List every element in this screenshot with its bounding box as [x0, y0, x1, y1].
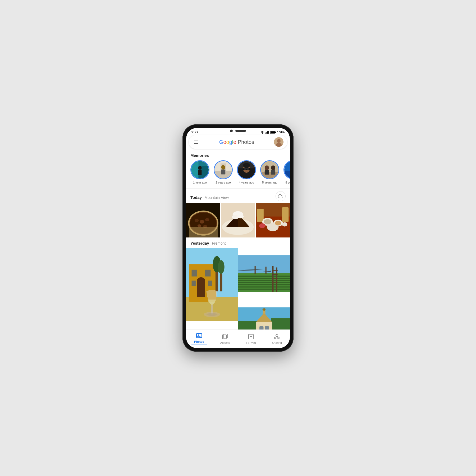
battery-icon — [270, 131, 276, 134]
svg-point-66 — [282, 222, 287, 227]
svg-point-63 — [264, 219, 271, 225]
svg-point-65 — [259, 223, 266, 228]
nav-for-you[interactable]: For you — [238, 333, 264, 344]
svg-point-43 — [205, 218, 209, 221]
svg-line-125 — [277, 337, 278, 337]
svg-rect-4 — [268, 131, 269, 134]
svg-rect-31 — [265, 170, 269, 175]
svg-point-27 — [243, 163, 250, 168]
svg-rect-96 — [272, 270, 278, 271]
memories-label: Memories — [186, 151, 290, 160]
cloud-upload-btn[interactable] — [276, 191, 286, 201]
svg-point-122 — [274, 337, 276, 339]
for-you-nav-icon — [247, 333, 255, 340]
today-photo-1[interactable] — [186, 203, 220, 237]
svg-rect-87 — [238, 276, 290, 277]
albums-nav-icon — [221, 333, 229, 340]
svg-rect-76 — [208, 281, 212, 286]
svg-rect-15 — [198, 170, 202, 175]
app-header: ☰ Google Photos — [189, 135, 287, 149]
svg-line-124 — [275, 337, 277, 337]
svg-rect-97 — [272, 274, 278, 275]
svg-point-54 — [237, 215, 244, 218]
today-location: Mountain View — [205, 195, 229, 200]
svg-point-0 — [262, 133, 263, 134]
svg-point-30 — [265, 166, 269, 170]
svg-point-42 — [200, 220, 204, 224]
nav-for-you-label: For you — [246, 341, 256, 344]
speaker-bar — [235, 130, 246, 132]
svg-rect-111 — [262, 309, 266, 310]
svg-point-72 — [197, 277, 205, 284]
svg-rect-92 — [238, 287, 290, 288]
svg-rect-73 — [192, 270, 197, 277]
nav-active-indicator — [191, 345, 207, 345]
svg-rect-29 — [261, 172, 278, 178]
svg-rect-98 — [272, 278, 278, 279]
svg-rect-85 — [238, 255, 290, 274]
signal-icon — [266, 131, 269, 134]
svg-rect-59 — [282, 207, 289, 222]
svg-rect-12 — [191, 161, 199, 178]
memory-item-1[interactable]: 1 year ago — [190, 160, 209, 184]
nav-albums-label: Albums — [220, 341, 230, 344]
svg-point-9 — [277, 139, 281, 143]
svg-point-80 — [218, 260, 225, 274]
svg-rect-47 — [189, 227, 218, 238]
memory-item-2[interactable]: 2 years ago — [214, 160, 233, 184]
app-title: Google Photos — [219, 139, 254, 145]
title-g2: g — [229, 139, 232, 145]
yesterday-label: Yesterday — [190, 241, 209, 245]
svg-point-121 — [276, 335, 278, 337]
svg-rect-110 — [263, 308, 264, 311]
svg-rect-94 — [272, 266, 273, 292]
svg-point-44 — [198, 225, 201, 227]
memory-item-4[interactable]: 5 years ago — [260, 160, 279, 184]
svg-rect-88 — [238, 278, 290, 279]
user-avatar[interactable] — [274, 137, 283, 147]
svg-rect-91 — [238, 284, 290, 285]
svg-rect-105 — [238, 321, 257, 329]
today-photo-3[interactable] — [256, 203, 290, 237]
svg-rect-93 — [238, 289, 290, 290]
svg-rect-33 — [271, 170, 276, 175]
svg-rect-90 — [238, 282, 290, 283]
nav-photos-label: Photos — [194, 340, 204, 343]
svg-rect-102 — [255, 266, 256, 274]
svg-point-83 — [207, 313, 217, 316]
svg-rect-74 — [205, 270, 211, 277]
svg-rect-112 — [259, 326, 263, 329]
yesterday-photo-large[interactable] — [186, 248, 238, 322]
svg-rect-58 — [257, 209, 264, 222]
title-e: e — [233, 139, 236, 145]
yesterday-photo-church[interactable] — [238, 300, 290, 329]
yesterday-photo-vineyard[interactable] — [238, 248, 290, 299]
sharing-nav-icon — [273, 333, 281, 340]
today-label: Today — [190, 195, 202, 200]
photos-nav-icon — [195, 332, 203, 339]
svg-rect-107 — [256, 322, 272, 329]
svg-rect-82 — [211, 305, 213, 315]
nav-albums[interactable]: Albums — [212, 333, 238, 344]
svg-rect-2 — [266, 132, 267, 134]
nav-photos[interactable]: Photos — [186, 332, 212, 345]
phone-screen: 9:27 — [186, 128, 290, 348]
nav-sharing[interactable]: Sharing — [264, 333, 290, 344]
memory-label-5: 8 years ago — [285, 181, 290, 184]
svg-rect-1 — [266, 132, 266, 134]
svg-rect-6 — [275, 131, 276, 133]
svg-rect-20 — [221, 170, 226, 174]
svg-point-14 — [198, 166, 202, 170]
svg-rect-89 — [238, 280, 290, 281]
bottom-nav: Photos Albums — [186, 329, 290, 348]
title-photos: Photos — [236, 139, 254, 145]
today-photo-2[interactable] — [221, 203, 255, 237]
menu-icon[interactable]: ☰ — [193, 138, 199, 146]
memory-item-5[interactable]: 8 years ago — [283, 160, 290, 184]
memory-item-3[interactable]: 4 years ago — [237, 160, 256, 184]
svg-point-32 — [271, 166, 276, 170]
title-o2: o — [226, 139, 229, 145]
memory-label-1: 1 year ago — [193, 181, 207, 184]
yesterday-date-row: Yesterday Fremont — [186, 238, 290, 248]
notch — [230, 128, 246, 132]
